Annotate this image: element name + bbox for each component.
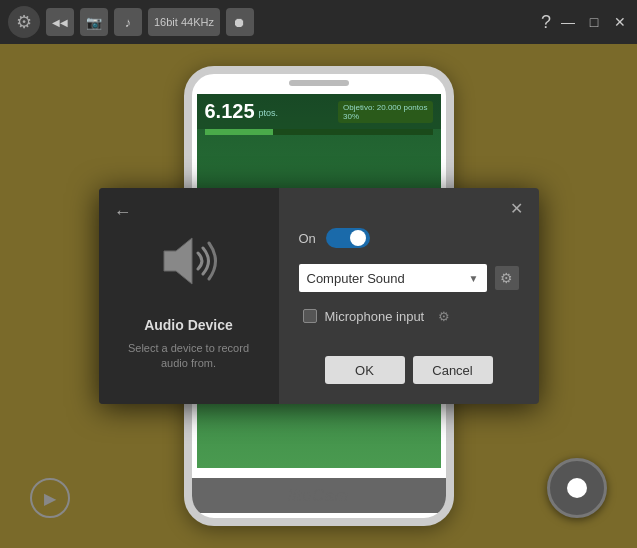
cancel-button[interactable]: Cancel (413, 356, 493, 384)
audio-device-dialog: ← Audio Device Select a device to record… (99, 188, 539, 404)
music-icon: ♪ (125, 15, 132, 30)
bitrate-label: 16bit 44KHz (154, 16, 214, 28)
video-icon: 📷 (86, 15, 102, 30)
dialog-close-button[interactable]: ✕ (507, 198, 527, 218)
dropdown-value: Computer Sound (307, 271, 405, 286)
on-toggle[interactable] (326, 228, 370, 248)
ok-button[interactable]: OK (325, 356, 405, 384)
microphone-row: Microphone input ⚙ (299, 306, 519, 326)
on-label: On (299, 231, 316, 246)
bitrate-info: 16bit 44KHz (148, 8, 220, 36)
source-settings-button[interactable]: ⚙ (495, 266, 519, 290)
dialog-right-panel: ✕ On Computer Sound ▼ ⚙ (279, 188, 539, 404)
mic-settings-icon: ⚙ (438, 309, 450, 324)
mic-checkbox[interactable] (303, 309, 317, 323)
gear-icon: ⚙ (16, 11, 32, 33)
mic-settings-button[interactable]: ⚙ (434, 306, 454, 326)
dialog-left-panel: ← Audio Device Select a device to record… (99, 188, 279, 404)
back-icon: ◀◀ (52, 17, 68, 28)
back-arrow-icon: ← (114, 202, 132, 223)
source-dropdown-row: Computer Sound ▼ ⚙ (299, 264, 519, 292)
record-icon: ⏺ (233, 15, 246, 30)
record-icon-btn[interactable]: ⏺ (226, 8, 254, 36)
music-button[interactable]: ♪ (114, 8, 142, 36)
settings-icon: ⚙ (500, 270, 513, 286)
toggle-thumb (350, 230, 366, 246)
gear-button[interactable]: ⚙ (8, 6, 40, 38)
close-window-button[interactable]: ✕ (611, 13, 629, 31)
dialog-back-button[interactable]: ← (111, 200, 135, 224)
back-button[interactable]: ◀◀ (46, 8, 74, 36)
minimize-button[interactable]: — (559, 13, 577, 31)
help-button[interactable]: ? (541, 12, 551, 33)
dialog-actions: OK Cancel (299, 356, 519, 384)
toolbar: ⚙ ◀◀ 📷 ♪ 16bit 44KHz ⏺ ? — □ ✕ (0, 0, 637, 44)
dialog-title: Audio Device (144, 317, 233, 333)
dialog-description: Select a device to record audio from. (119, 341, 259, 372)
maximize-button[interactable]: □ (585, 13, 603, 31)
mic-label: Microphone input (325, 309, 425, 324)
dropdown-arrow-icon: ▼ (469, 273, 479, 284)
close-icon: ✕ (510, 199, 523, 218)
video-button[interactable]: 📷 (80, 8, 108, 36)
audio-device-icon (149, 221, 229, 301)
dialog-overlay: ← Audio Device Select a device to record… (0, 44, 637, 548)
source-dropdown[interactable]: Computer Sound ▼ (299, 264, 487, 292)
on-toggle-row: On (299, 228, 519, 248)
